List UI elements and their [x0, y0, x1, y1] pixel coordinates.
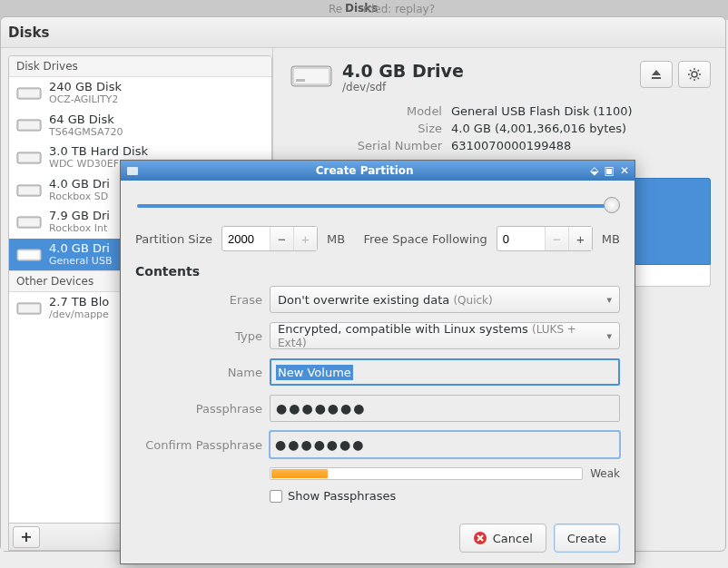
drive-item[interactable]: 240 GB DiskOCZ-AGILITY2	[9, 77, 271, 110]
partition-size-label: Partition Size	[135, 232, 212, 246]
size-unit: MB	[327, 232, 345, 246]
eject-icon	[649, 67, 664, 82]
checkbox-icon	[270, 490, 282, 503]
svg-line-22	[690, 70, 692, 72]
drive-sub: OCZ-AGILITY2	[49, 94, 122, 106]
add-drive-button[interactable]: +	[13, 526, 40, 548]
passphrase-label: Passphrase	[135, 402, 262, 416]
gear-icon	[687, 67, 702, 82]
svg-rect-3	[19, 122, 39, 129]
plus-icon: +	[20, 528, 32, 545]
hdd-icon	[16, 149, 42, 167]
svg-rect-7	[19, 187, 39, 194]
name-value: New Volume	[276, 365, 353, 380]
drive-title: 4.0 GB Dri	[49, 242, 112, 256]
create-label: Create	[567, 532, 606, 545]
value-model: General USB Flash Disk (1100)	[451, 104, 633, 118]
type-value: Encrypted, compatible with Linux systems	[278, 322, 528, 336]
cancel-button[interactable]: Cancel	[459, 524, 546, 553]
show-passphrases-checkbox[interactable]: Show Passphrases	[270, 489, 620, 503]
type-label: Type	[135, 329, 262, 343]
partition-size-input[interactable]	[222, 232, 270, 246]
hdd-icon	[16, 84, 42, 103]
partition-size-spin[interactable]: − +	[221, 226, 318, 251]
erase-combo[interactable]: Don't overwrite existing data (Quick) ▾	[270, 286, 620, 313]
confirm-dots: ●●●●●●●	[275, 437, 366, 452]
drive-large-icon	[290, 61, 333, 92]
show-passphrases-label: Show Passphrases	[288, 489, 396, 503]
svg-point-17	[692, 72, 697, 77]
drive-title: 7.9 GB Dri	[49, 210, 110, 223]
chevron-down-icon: ▾	[606, 294, 612, 306]
spin-minus-button[interactable]: −	[270, 227, 293, 250]
passphrase-strength-text: Weak	[590, 467, 620, 480]
partition-size-slider[interactable]	[135, 195, 620, 217]
label-serial: Serial Number	[342, 139, 442, 152]
spin-plus-button[interactable]: +	[293, 227, 317, 250]
contents-heading: Contents	[135, 264, 620, 279]
drive-sub: General USB	[49, 256, 112, 268]
erase-value: Don't overwrite existing data	[278, 293, 449, 307]
svg-line-23	[698, 78, 700, 80]
svg-rect-13	[19, 305, 39, 312]
window-maximize-icon[interactable]: ▣	[605, 164, 615, 177]
cancel-label: Cancel	[493, 532, 533, 545]
cancel-icon	[473, 531, 487, 545]
passphrase-strength-bar	[270, 467, 583, 480]
dialog-title: Create Partition	[139, 164, 590, 177]
bg-faint-text: Re	[329, 3, 342, 15]
value-serial: 6310070000199488	[451, 139, 571, 152]
spin-plus-button[interactable]: +	[568, 227, 592, 250]
erase-label: Erase	[135, 293, 262, 307]
window-rollup-icon[interactable]: ⬙	[590, 164, 598, 177]
svg-line-25	[698, 70, 700, 72]
window-app-icon	[126, 164, 139, 177]
svg-rect-26	[127, 167, 138, 175]
hdd-icon	[16, 116, 42, 134]
name-input[interactable]: New Volume	[270, 358, 620, 386]
value-size: 4.0 GB (4,001,366,016 bytes)	[451, 122, 626, 135]
chevron-down-icon: ▾	[606, 330, 612, 342]
drive-item[interactable]: 64 GB DiskTS64GMSA720	[9, 110, 271, 142]
free-space-input[interactable]	[497, 232, 545, 246]
window-close-icon[interactable]: ✕	[620, 164, 629, 177]
svg-rect-5	[19, 154, 39, 162]
drive-header-title: 4.0 GB Drive	[342, 61, 464, 81]
svg-rect-11	[19, 251, 39, 259]
hdd-icon	[16, 246, 42, 264]
passphrase-dots: ●●●●●●●	[276, 401, 367, 416]
confirm-passphrase-input[interactable]: ●●●●●●●	[270, 431, 620, 458]
name-label: Name	[135, 366, 262, 379]
bg-faint-text2: rded: replay?	[363, 3, 435, 15]
type-combo[interactable]: Encrypted, compatible with Linux systems…	[270, 322, 620, 349]
hdd-icon	[16, 181, 42, 200]
hdd-icon	[16, 299, 42, 318]
passphrase-input[interactable]: ●●●●●●●	[270, 395, 620, 422]
svg-line-24	[690, 78, 692, 80]
sidebar-section-drives: Disk Drives	[9, 56, 271, 77]
free-space-spin[interactable]: − +	[497, 226, 593, 251]
drive-sub: TS64GMSA720	[49, 127, 123, 139]
dialog-titlebar[interactable]: Create Partition ⬙ ▣ ✕	[121, 161, 635, 181]
erase-quick: (Quick)	[453, 294, 492, 307]
drive-title: 4.0 GB Dri	[49, 178, 110, 191]
free-space-label: Free Space Following	[364, 232, 487, 246]
drive-sub: /dev/mappe	[49, 309, 109, 321]
confirm-passphrase-label: Confirm Passphrase	[135, 438, 262, 452]
drive-sub: Rockbox Int	[49, 223, 110, 235]
free-unit: MB	[602, 232, 620, 246]
drive-title: 240 GB Disk	[49, 81, 122, 94]
app-title: Disks	[8, 24, 49, 41]
main-toolbar: Disks	[1, 17, 725, 48]
create-button[interactable]: Create	[554, 524, 620, 553]
eject-button[interactable]	[640, 61, 673, 88]
drive-sub: Rockbox SD	[49, 191, 110, 203]
svg-rect-9	[19, 219, 39, 226]
drive-options-button[interactable]	[678, 61, 711, 88]
svg-rect-16	[296, 79, 305, 82]
drive-title: 64 GB Disk	[49, 113, 123, 127]
drive-header-dev: /dev/sdf	[342, 81, 464, 93]
drive-title: 3.0 TB Hard Disk	[49, 145, 182, 159]
spin-minus-button[interactable]: −	[545, 227, 568, 250]
create-partition-dialog: Create Partition ⬙ ▣ ✕ Partition Size − …	[120, 160, 635, 564]
